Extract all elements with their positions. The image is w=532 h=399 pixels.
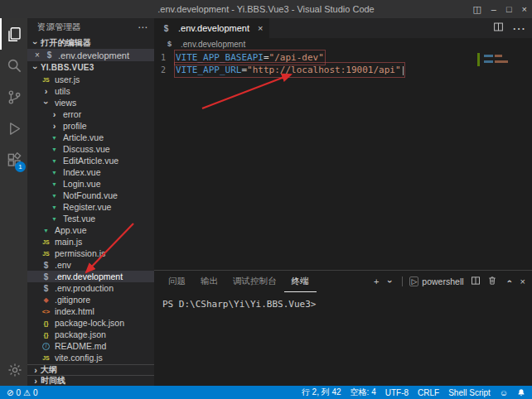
vue-file-icon: ▼	[49, 179, 60, 189]
terminal-shell-select[interactable]: ▷ powershell	[409, 276, 463, 286]
shell-file-icon: $	[44, 50, 55, 60]
timeline-section[interactable]: › 时间线	[27, 375, 154, 386]
panel-tabs: 问题输出调试控制台终端	[161, 271, 317, 292]
tab-env-development[interactable]: $ .env.development ×	[154, 18, 269, 38]
tree-item[interactable]: <>index.html	[27, 305, 154, 317]
tree-item[interactable]: ▼NotFound.vue	[27, 190, 154, 201]
explorer-icon[interactable]	[0, 18, 27, 50]
vue-file-icon: ▼	[49, 144, 60, 154]
new-terminal-icon[interactable]: +	[374, 276, 379, 286]
cursor-position[interactable]: 行 2, 列 42	[302, 387, 341, 398]
editor-tab-bar: $ .env.development × ⋯	[154, 18, 532, 38]
chevron-right-icon: ›	[41, 86, 51, 96]
chevron-right-icon: ›	[49, 109, 60, 119]
file-tree: JSuser.js›utils›views›error›profile▼Arti…	[27, 74, 154, 363]
line-number: 1	[154, 51, 176, 64]
tree-item-label: .env.development	[55, 272, 123, 281]
tree-item-label: permission.js	[55, 248, 105, 258]
open-editors-header[interactable]: › 打开的编辑器	[27, 36, 154, 49]
search-icon[interactable]	[0, 50, 27, 81]
tree-item[interactable]: {}package.json	[27, 329, 154, 340]
tree-item-label: Discuss.vue	[63, 144, 110, 154]
source-control-icon[interactable]	[0, 81, 27, 113]
project-section-header[interactable]: › YI.BBS.VUE3	[27, 61, 154, 74]
encoding-setting[interactable]: UTF-8	[385, 388, 409, 397]
tree-item[interactable]: ◆.gitignore	[27, 294, 154, 305]
outline-section[interactable]: › 大纲	[27, 364, 154, 375]
panel-tab[interactable]: 问题	[161, 271, 193, 292]
panel-tab[interactable]: 终端	[284, 271, 317, 292]
tree-item[interactable]: $.env.development	[27, 271, 154, 282]
open-editor-item[interactable]: × $ .env.development	[27, 49, 154, 61]
feedback-icon[interactable]: ☺	[500, 388, 508, 397]
tree-item[interactable]: $.env.production	[27, 282, 154, 294]
tree-item[interactable]: ▼EditArticle.vue	[27, 155, 154, 166]
js-file-icon: JS	[41, 248, 51, 258]
tab-close-icon[interactable]: ×	[258, 23, 263, 33]
tree-item[interactable]: ›error	[27, 108, 154, 120]
terminal-dropdown-icon[interactable]: ›	[385, 276, 395, 286]
tree-item[interactable]: ▼Article.vue	[27, 132, 154, 143]
tree-item[interactable]: ▼Index.vue	[27, 166, 154, 178]
minimap[interactable]	[477, 51, 520, 76]
code-line[interactable]: 1VITE_APP_BASEAPI="/api-dev"	[154, 51, 532, 64]
kill-terminal-icon[interactable]	[487, 276, 497, 287]
shell-label: powershell	[422, 276, 463, 286]
eol-setting[interactable]: CRLF	[418, 388, 439, 397]
close-panel-icon[interactable]: ×	[520, 276, 525, 286]
tree-item[interactable]: ▼Discuss.vue	[27, 143, 154, 155]
chevron-right-icon: ›	[49, 121, 60, 131]
tree-item[interactable]: ›views	[27, 97, 154, 108]
notifications-bell-icon[interactable]	[517, 388, 525, 397]
tree-item-label: Article.vue	[63, 132, 104, 142]
maximize-panel-icon[interactable]: ›	[504, 276, 514, 286]
extensions-icon[interactable]: 1	[0, 144, 27, 175]
split-terminal-icon[interactable]	[471, 276, 481, 287]
tree-item[interactable]: ›profile	[27, 120, 154, 132]
tree-item-label: index.html	[55, 306, 94, 316]
js-file-icon: JS	[41, 237, 51, 247]
vue-file-icon: ▼	[49, 167, 60, 177]
window-title: .env.development - Yi.BBS.Vue3 - Visual …	[157, 4, 375, 14]
code-editor[interactable]: 1VITE_APP_BASEAPI="/api-dev"2VITE_APP_UR…	[154, 50, 532, 270]
layout-toggle-icon[interactable]: ◫	[472, 4, 481, 15]
run-debug-icon[interactable]	[0, 113, 27, 144]
shell-file-icon: $	[164, 40, 175, 48]
terminal-output[interactable]: PS D:\CSharp\Yi\Yi.BBS.Vue3>	[154, 292, 532, 386]
tree-item[interactable]: ▼Login.vue	[27, 178, 154, 190]
split-editor-icon[interactable]	[493, 21, 504, 36]
settings-gear-icon[interactable]	[0, 354, 27, 386]
more-actions-icon[interactable]: ⋯	[512, 21, 525, 36]
maximize-icon[interactable]: □	[506, 4, 512, 14]
indentation-setting[interactable]: 空格: 4	[351, 387, 376, 398]
tree-item-label: README.md	[55, 341, 106, 351]
tree-item[interactable]: ▼Register.vue	[27, 201, 154, 213]
shell-file-icon: $	[161, 23, 172, 33]
tree-item[interactable]: ▼Test.vue	[27, 213, 154, 224]
close-editor-icon[interactable]: ×	[32, 50, 42, 60]
tree-item[interactable]: ›utils	[27, 85, 154, 97]
tree-item[interactable]: JSmain.js	[27, 236, 154, 248]
bottom-panel: 问题输出调试控制台终端 + › ▷ powershell	[154, 270, 532, 386]
tree-item[interactable]: $.env	[27, 259, 154, 271]
tree-item[interactable]: ▼App.vue	[27, 224, 154, 236]
close-icon[interactable]: ×	[522, 4, 527, 14]
language-mode[interactable]: Shell Script	[448, 388, 491, 397]
tree-item[interactable]: {}package-lock.json	[27, 317, 154, 329]
code-line[interactable]: 2VITE_APP_URL="http://localhost:19001/ap…	[154, 64, 532, 76]
more-actions-icon[interactable]: ⋯	[138, 22, 148, 33]
breadcrumb[interactable]: $ .env.development	[154, 38, 532, 50]
tree-item-label: package.json	[55, 329, 106, 339]
tree-item[interactable]: JSpermission.js	[27, 248, 154, 259]
tree-item-label: .env.production	[55, 283, 114, 293]
tree-item[interactable]: iREADME.md	[27, 340, 154, 352]
tree-item-label: user.js	[55, 75, 80, 84]
sidebar-title: 资源管理器 ⋯	[27, 18, 154, 36]
panel-tab[interactable]: 输出	[193, 271, 225, 292]
problems-status[interactable]: ⊘ 0 ⚠ 0	[7, 388, 37, 397]
panel-tab[interactable]: 调试控制台	[225, 271, 284, 292]
tree-item[interactable]: JSvite.config.js	[27, 352, 154, 363]
vue-file-icon: ▼	[49, 214, 60, 224]
minimize-icon[interactable]: –	[491, 4, 496, 14]
tree-item[interactable]: JSuser.js	[27, 74, 154, 85]
